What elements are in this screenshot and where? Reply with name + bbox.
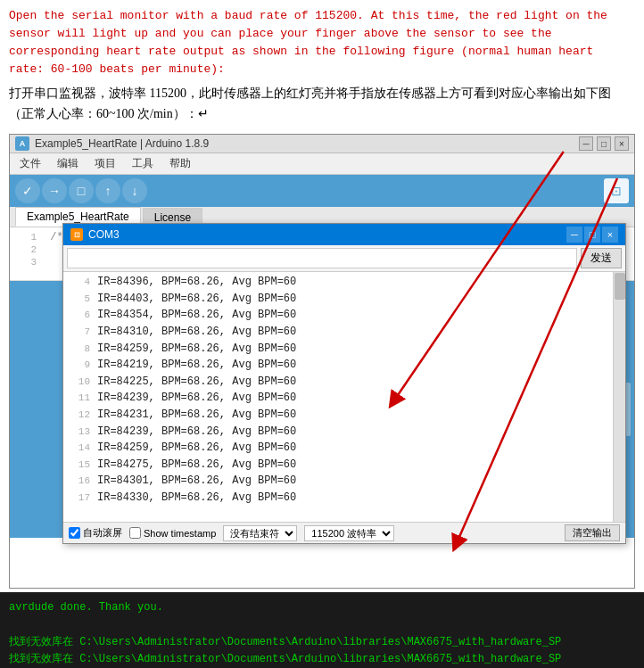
- com3-line-13: 13IR=84239, BPM=68.26, Avg BPM=60: [69, 424, 620, 441]
- com3-line-9: 9IR=84219, BPM=68.26, Avg BPM=60: [69, 357, 620, 374]
- com3-line-17: 17IR=84330, BPM=68.26, Avg BPM=60: [69, 490, 620, 507]
- arduino-titlebar: A Example5_HeartRate | Arduino 1.8.9 ─ □…: [10, 135, 634, 153]
- close-button[interactable]: ×: [615, 136, 629, 151]
- menu-tools[interactable]: 工具: [129, 155, 156, 172]
- baud-rate-select[interactable]: 115200 波特率: [304, 525, 394, 541]
- com3-titlebar: ⊡ COM3 ─ □ ×: [63, 224, 625, 245]
- menu-project[interactable]: 项目: [92, 155, 119, 172]
- terminal-line: 找到无效库在 C:\Users\Administrator\Documents\…: [9, 634, 635, 651]
- com3-icon: ⊡: [70, 228, 83, 241]
- com3-scroll-thumb[interactable]: [615, 273, 625, 300]
- instruction-chinese: 打开串口监视器，波特率 115200，此时传感器上的红灯亮并将手指放在传感器上方…: [9, 83, 635, 126]
- com3-line-5: 5IR=84403, BPM=68.26, Avg BPM=60: [69, 291, 620, 308]
- com3-line-4: 4IR=84396, BPM=68.26, Avg BPM=60: [69, 274, 620, 291]
- terminal-line: 找到无效库在 C:\Users\Administrator\Documents\…: [9, 651, 635, 668]
- arduino-menubar: 文件 编辑 项目 工具 帮助: [10, 153, 634, 175]
- autoscroll-check[interactable]: [69, 527, 80, 539]
- instruction-block: Open the serial monitor with a baud rate…: [0, 0, 644, 134]
- com3-line-15: 15IR=84275, BPM=68.26, Avg BPM=60: [69, 457, 620, 474]
- arduino-title: Example5_HeartRate | Arduino 1.8.9: [35, 137, 209, 150]
- com3-statusbar: 自动滚屏 Show timestamp 没有结束符 115200 波特率 清空输…: [63, 522, 625, 543]
- com3-line-14: 14IR=84259, BPM=68.26, Avg BPM=60: [69, 440, 620, 457]
- open-button[interactable]: ↑: [95, 178, 120, 203]
- arduino-win-controls: ─ □ ×: [579, 136, 629, 151]
- com3-line-16: 16IR=84301, BPM=68.26, Avg BPM=60: [69, 473, 620, 490]
- maximize-button[interactable]: □: [597, 136, 611, 151]
- com3-scrollbar[interactable]: [613, 272, 625, 522]
- com3-maximize[interactable]: □: [584, 227, 600, 243]
- terminal-line: [9, 616, 635, 633]
- minimize-button[interactable]: ─: [579, 136, 593, 151]
- com3-line-12: 12IR=84231, BPM=68.26, Avg BPM=60: [69, 407, 620, 424]
- upload-button[interactable]: →: [42, 178, 67, 203]
- com3-line-6: 6IR=84354, BPM=68.26, Avg BPM=60: [69, 307, 620, 324]
- terminal-line: avrdude done. Thank you.: [9, 599, 635, 616]
- com3-line-10: 10IR=84225, BPM=68.26, Avg BPM=60: [69, 374, 620, 391]
- com3-minimize[interactable]: ─: [566, 227, 582, 243]
- com3-title: COM3: [88, 228, 120, 241]
- autoscroll-checkbox[interactable]: 自动滚屏: [69, 526, 122, 540]
- timestamp-label: Show timestamp: [144, 528, 216, 539]
- autoscroll-label: 自动滚屏: [83, 526, 122, 540]
- com3-line-8: 8IR=84259, BPM=68.26, Avg BPM=60: [69, 341, 620, 358]
- new-button[interactable]: □: [69, 178, 94, 203]
- serial-monitor-button[interactable]: ⊡: [604, 178, 629, 203]
- com3-send-input[interactable]: [67, 248, 577, 268]
- com3-line-7: 7IR=84310, BPM=68.26, Avg BPM=60: [69, 324, 620, 341]
- com3-line-11: 11IR=84239, BPM=68.26, Avg BPM=60: [69, 390, 620, 407]
- line-ending-select[interactable]: 没有结束符: [223, 525, 297, 541]
- com3-send-button[interactable]: 发送: [581, 248, 622, 268]
- instruction-english: Open the serial monitor with a baud rate…: [9, 7, 635, 79]
- com3-send-bar: 发送: [63, 245, 625, 272]
- timestamp-checkbox[interactable]: Show timestamp: [129, 527, 216, 539]
- clear-output-button[interactable]: 清空输出: [565, 524, 620, 541]
- com3-output-lines: 4IR=84396, BPM=68.26, Avg BPM=605IR=8440…: [69, 274, 620, 506]
- ide-container: A Example5_HeartRate | Arduino 1.8.9 ─ □…: [9, 134, 635, 589]
- menu-file[interactable]: 文件: [17, 155, 44, 172]
- verify-button[interactable]: ✓: [15, 178, 40, 203]
- com3-close[interactable]: ×: [602, 227, 618, 243]
- terminal-area: avrdude done. Thank you. 找到无效库在 C:\Users…: [0, 592, 644, 668]
- timestamp-check[interactable]: [129, 527, 141, 539]
- menu-help[interactable]: 帮助: [167, 155, 194, 172]
- com3-modal: ⊡ COM3 ─ □ × 发送 4IR=84396, BPM=68.26, Av…: [62, 223, 626, 544]
- save-button[interactable]: ↓: [122, 178, 147, 203]
- arduino-icon: A: [15, 136, 29, 151]
- menu-edit[interactable]: 编辑: [54, 155, 81, 172]
- com3-win-controls: ─ □ ×: [566, 227, 618, 243]
- com3-output-area: 4IR=84396, BPM=68.26, Avg BPM=605IR=8440…: [63, 272, 625, 522]
- arduino-toolbar: ✓ → □ ↑ ↓ ⊡: [10, 175, 634, 207]
